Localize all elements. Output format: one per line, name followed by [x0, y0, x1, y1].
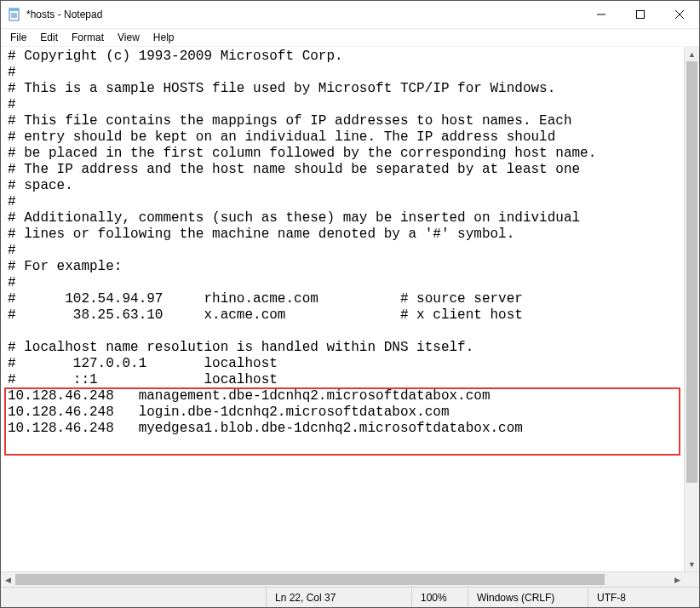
text-editor[interactable]: # Copyright (c) 1993-2009 Microsoft Corp…	[1, 47, 684, 571]
scroll-left-arrow-icon[interactable]: ◀	[1, 572, 15, 587]
title-bar[interactable]: *hosts - Notepad	[1, 1, 699, 29]
file-content[interactable]: # Copyright (c) 1993-2009 Microsoft Corp…	[1, 47, 684, 439]
status-spacer	[1, 588, 266, 607]
status-line-ending: Windows (CRLF)	[468, 588, 588, 607]
window-title: *hosts - Notepad	[26, 9, 102, 20]
menu-format[interactable]: Format	[66, 31, 110, 44]
horizontal-scrollbar[interactable]: ◀ ▶	[1, 572, 685, 587]
menu-bar: File Edit Format View Help	[1, 29, 699, 46]
horizontal-scrollbar-row: ◀ ▶	[1, 571, 699, 587]
notepad-window: *hosts - Notepad File Edit Format View H…	[0, 0, 700, 608]
svg-rect-6	[637, 11, 645, 19]
vscroll-thumb[interactable]	[686, 61, 697, 483]
minimize-button[interactable]	[582, 1, 621, 28]
status-zoom: 100%	[411, 588, 468, 607]
scroll-right-arrow-icon[interactable]: ▶	[670, 572, 685, 587]
close-button[interactable]	[660, 1, 699, 28]
status-bar: Ln 22, Col 37 100% Windows (CRLF) UTF-8	[1, 587, 699, 607]
hscroll-thumb[interactable]	[15, 574, 605, 585]
editor-area: # Copyright (c) 1993-2009 Microsoft Corp…	[1, 46, 699, 571]
vertical-scrollbar[interactable]: ▲ ▼	[684, 47, 699, 571]
menu-help[interactable]: Help	[147, 31, 181, 44]
svg-rect-1	[9, 9, 19, 11]
notepad-icon	[8, 8, 21, 21]
vscroll-track[interactable]	[685, 61, 699, 557]
scroll-corner	[685, 572, 699, 587]
scroll-up-arrow-icon[interactable]: ▲	[685, 47, 699, 61]
hscroll-track[interactable]	[15, 572, 670, 587]
menu-view[interactable]: View	[112, 31, 146, 44]
status-encoding: UTF-8	[588, 588, 699, 607]
menu-edit[interactable]: Edit	[34, 31, 64, 44]
scroll-down-arrow-icon[interactable]: ▼	[685, 557, 699, 571]
menu-file[interactable]: File	[4, 31, 32, 44]
maximize-button[interactable]	[621, 1, 660, 28]
status-position: Ln 22, Col 37	[266, 588, 411, 607]
